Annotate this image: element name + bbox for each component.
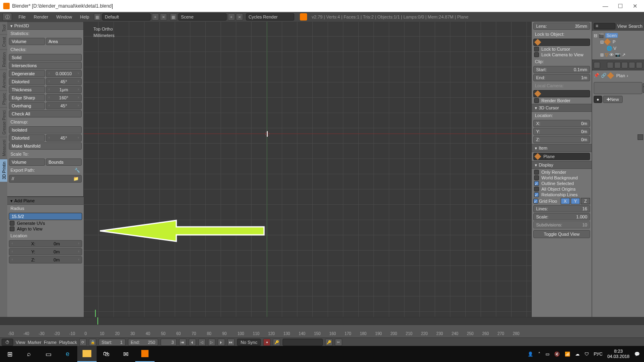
location-x[interactable]: ‹X:0m› <box>9 240 82 247</box>
tl-menu-playback[interactable]: Playback <box>59 340 77 345</box>
jump-end-icon[interactable]: ⏭ <box>227 339 235 346</box>
3d-viewport[interactable]: Top OrthoMillimeters (3) Plane ◧ View Se… <box>84 22 531 346</box>
keyframe-next-icon[interactable]: ⏵ <box>218 339 225 346</box>
editor-type-icon[interactable]: ⓘ <box>2 13 12 21</box>
notifications-icon[interactable]: 💬 <box>634 352 640 357</box>
grid-lines-field[interactable]: Lines:16 <box>533 205 590 212</box>
toggle-quad-view-button[interactable]: Toggle Quad View <box>533 230 590 238</box>
tab-3d-printing[interactable]: 3D Printin <box>0 159 7 182</box>
grid-subdiv-field[interactable]: Subdivisions:10 <box>533 221 590 228</box>
explorer-icon[interactable] <box>77 346 97 362</box>
tl-menu-marker[interactable]: Marker <box>28 340 41 345</box>
lock-camera-checkbox[interactable]: Lock Camera to View <box>534 52 589 57</box>
keying-set-icon[interactable]: 🔑 <box>273 339 280 346</box>
prop-editor-icon[interactable] <box>594 62 600 68</box>
lock-object-field[interactable] <box>533 39 590 46</box>
network-icon[interactable]: ▭ <box>545 352 549 357</box>
store-icon[interactable]: 🛍 <box>97 346 116 362</box>
current-frame-field[interactable]: 3 <box>161 339 177 346</box>
distorted2-button[interactable]: Distorted <box>9 134 45 142</box>
grid-scale-field[interactable]: Scale:1.000 <box>533 213 590 220</box>
scale-volume-button[interactable]: Volume <box>9 158 45 166</box>
tab-relation[interactable]: Relation <box>0 49 7 70</box>
axis-x-toggle[interactable]: X <box>561 198 570 204</box>
outliner-type-icon[interactable]: ≡ <box>594 23 615 29</box>
wifi-icon[interactable]: 📶 <box>565 352 570 357</box>
start-button[interactable]: ⊞ <box>0 346 19 362</box>
item-name-field[interactable]: Plane <box>533 153 590 160</box>
clip-end-field[interactable]: End:1m <box>533 74 590 81</box>
tl-menu-frame[interactable]: Frame <box>44 340 57 345</box>
timeline-editor-icon[interactable]: ⏱ <box>2 339 13 346</box>
end-frame-field[interactable]: End:250 <box>128 339 158 346</box>
operator-header[interactable]: Add Plane <box>7 197 84 205</box>
grid-floor-checkbox[interactable]: ✓ <box>533 199 538 204</box>
timeline-ruler[interactable]: -50-40-30-20-100102030405060708090100110… <box>0 325 644 337</box>
location-z[interactable]: ‹Z:0m› <box>9 256 82 263</box>
insert-key-icon[interactable]: 🔑 <box>325 339 332 346</box>
generate-uvs-checkbox[interactable]: Generate UVs <box>10 221 81 226</box>
export-path-field[interactable]: //📁 <box>9 175 82 183</box>
close-button[interactable]: ✕ <box>633 3 638 9</box>
relationship-lines-checkbox[interactable]: ✓Relationship Lines <box>534 192 589 197</box>
tab-physics[interactable]: Physic <box>0 90 7 107</box>
scene-row[interactable]: Scen <box>605 33 618 38</box>
distorted-value[interactable]: 45° <box>60 79 67 84</box>
thickness-button[interactable]: Thickness <box>9 86 45 93</box>
menu-render[interactable]: Render <box>30 14 52 19</box>
jump-start-icon[interactable]: ⏮ <box>179 339 186 346</box>
axis-z-toggle[interactable]: Z <box>581 198 590 204</box>
tab-tool[interactable]: Tool <box>0 22 7 34</box>
scene-add-icon[interactable]: + <box>228 13 235 21</box>
solid-button[interactable]: Solid <box>9 54 82 61</box>
maximize-button[interactable]: ☐ <box>618 3 623 9</box>
material-slot-list[interactable]: + − <box>594 82 642 94</box>
edge-icon[interactable]: e <box>58 346 77 362</box>
world-bg-checkbox[interactable]: World Background <box>534 175 589 180</box>
clock[interactable]: 8:2304.03.2018 <box>607 349 630 359</box>
start-frame-field[interactable]: Start:1 <box>99 339 125 346</box>
pin-icon[interactable]: 📌 <box>594 73 599 78</box>
layout-browse-icon[interactable]: ▦ <box>94 13 101 21</box>
folder-icon[interactable]: 📁 <box>73 176 79 181</box>
delete-key-icon[interactable]: ✂ <box>335 339 342 346</box>
degenerate-value[interactable]: 0.00010 <box>56 71 72 76</box>
outline-selected-checkbox[interactable]: ✓Outline Selected <box>534 181 589 186</box>
item-panel-header[interactable]: Item <box>532 144 592 152</box>
current-frame-indicator[interactable] <box>97 317 98 325</box>
task-view-icon[interactable]: ▭ <box>39 346 58 362</box>
lock-cursor-checkbox[interactable]: Lock to Cursor <box>534 47 589 51</box>
onedrive-icon[interactable]: ☁ <box>575 352 580 357</box>
print3d-header[interactable]: Print3D <box>7 22 83 30</box>
menu-file[interactable]: File <box>14 14 30 19</box>
outliner-tree[interactable]: ⊟🎬Scen ⊟P 🌐V ⊞▽👁 📷 ↗ <box>592 31 644 60</box>
cursor-z[interactable]: Z:0m <box>533 136 590 143</box>
isolated-button[interactable]: Isolated <box>9 126 82 134</box>
make-manifold-button[interactable]: Make Manifold <box>9 142 82 150</box>
axis-y-toggle[interactable]: Y <box>571 198 580 204</box>
export-settings-icon[interactable]: 🔧 <box>74 168 80 173</box>
render-border-checkbox[interactable]: Render Border <box>534 98 589 103</box>
prop-tab-2[interactable] <box>614 62 621 68</box>
language-indicator[interactable]: РУС <box>594 352 603 356</box>
keying-set-dropdown[interactable] <box>283 339 323 346</box>
link-icon[interactable]: 🔗 <box>601 73 607 78</box>
scene-delete-icon[interactable]: ✕ <box>236 13 243 21</box>
material-browse-icon[interactable]: ● <box>594 96 602 103</box>
outliner-search[interactable]: Search <box>628 24 642 29</box>
cursor-y[interactable]: Y:0m <box>533 128 590 135</box>
tab-grease-pencil[interactable]: Grease Penci <box>0 107 7 137</box>
prop-tab-5[interactable] <box>636 62 642 68</box>
minimize-button[interactable]: — <box>603 3 608 9</box>
lock-icon[interactable]: 🔒 <box>89 339 96 346</box>
menu-window[interactable]: Window <box>52 14 76 19</box>
cursor-x[interactable]: X:0m <box>533 120 590 127</box>
render-engine-dropdown[interactable]: Cycles Render <box>246 13 294 21</box>
location-y[interactable]: ‹Y:0m› <box>9 248 82 255</box>
tray-up-icon[interactable]: ˄ <box>538 352 541 357</box>
plane-row[interactable]: P <box>613 39 615 44</box>
layout-delete-icon[interactable]: ✕ <box>160 13 167 21</box>
lens-field[interactable]: Lens:35mm <box>533 23 590 30</box>
prop-tab-3[interactable] <box>621 62 628 68</box>
blender-taskbar-icon[interactable] <box>135 346 155 362</box>
